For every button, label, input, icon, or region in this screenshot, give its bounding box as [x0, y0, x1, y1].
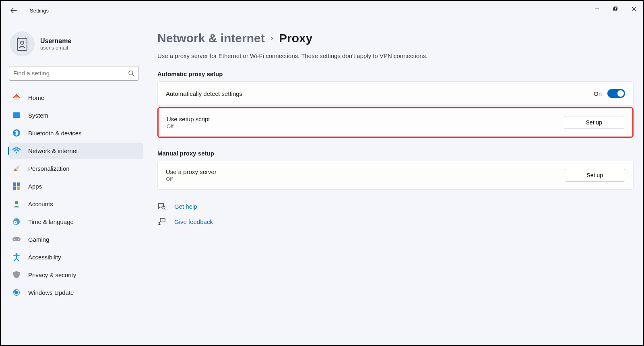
feedback-icon — [157, 217, 166, 226]
get-help-row[interactable]: Get help — [157, 202, 634, 211]
automatic-proxy-group: Automatic proxy setup Automatically dete… — [157, 70, 634, 138]
wifi-icon — [12, 146, 21, 155]
sidebar-item-label: Accessibility — [28, 254, 61, 261]
proxy-server-label: Use a proxy server — [166, 168, 565, 175]
search-icon — [128, 70, 134, 77]
sidebar-item-network[interactable]: Network & internet — [9, 143, 143, 159]
proxy-server-state: Off — [166, 176, 565, 182]
shield-icon — [12, 270, 21, 279]
sidebar-item-apps[interactable]: Apps — [9, 178, 143, 194]
sidebar-item-label: Time & language — [28, 218, 74, 225]
breadcrumb-parent[interactable]: Network & internet — [157, 31, 265, 45]
section-title-auto: Automatic proxy setup — [157, 70, 634, 77]
svg-point-4 — [21, 41, 24, 44]
user-name: Username — [40, 37, 71, 45]
sidebar: Username user's email Home System Blueto… — [1, 20, 148, 345]
svg-line-6 — [132, 75, 134, 76]
minimize-button[interactable] — [588, 1, 606, 17]
bluetooth-icon — [12, 128, 21, 137]
sidebar-item-label: System — [28, 112, 48, 119]
sidebar-item-bluetooth[interactable]: Bluetooth & devices — [9, 125, 143, 141]
sidebar-item-time-language[interactable]: Time & language — [9, 213, 143, 230]
setup-script-state: Off — [167, 123, 564, 129]
proxy-server-button[interactable]: Set up — [565, 169, 625, 182]
svg-rect-19 — [12, 237, 21, 241]
search-box[interactable] — [9, 66, 139, 81]
get-help-link[interactable]: Get help — [174, 203, 197, 210]
system-icon — [12, 111, 21, 120]
user-block[interactable]: Username user's email — [8, 28, 144, 66]
sidebar-item-home[interactable]: Home — [9, 89, 143, 106]
avatar — [10, 31, 35, 56]
setup-script-button[interactable]: Set up — [564, 116, 624, 129]
maximize-icon — [613, 6, 618, 11]
nav-list: Home System Bluetooth & devices Network … — [8, 89, 144, 300]
auto-detect-toggle[interactable] — [607, 89, 625, 98]
auto-detect-card: Automatically detect settings On — [157, 81, 634, 106]
sidebar-item-label: Accounts — [28, 201, 53, 207]
svg-point-5 — [129, 71, 133, 75]
content: Network & internet › Proxy Use a proxy s… — [148, 20, 643, 345]
svg-rect-9 — [13, 117, 20, 118]
sidebar-item-personalization[interactable]: Personalization — [9, 160, 143, 176]
apps-icon — [12, 182, 21, 191]
sidebar-item-accessibility[interactable]: Accessibility — [9, 249, 143, 265]
breadcrumb: Network & internet › Proxy — [157, 31, 634, 45]
sidebar-item-label: Personalization — [28, 165, 70, 172]
svg-rect-15 — [17, 186, 20, 190]
svg-rect-7 — [14, 97, 19, 100]
titlebar: Settings — [1, 1, 643, 20]
section-title-manual: Manual proxy setup — [157, 150, 634, 157]
sidebar-item-label: Apps — [28, 183, 42, 190]
svg-point-21 — [18, 239, 19, 240]
sidebar-item-label: Windows Update — [28, 289, 74, 296]
svg-point-27 — [159, 222, 160, 224]
sidebar-item-system[interactable]: System — [9, 107, 143, 123]
footer-links: Get help Give feedback — [157, 202, 634, 226]
sidebar-item-privacy[interactable]: Privacy & security — [9, 267, 143, 283]
svg-point-16 — [15, 201, 18, 204]
setup-script-label: Use setup script — [167, 116, 564, 122]
window-controls — [588, 1, 643, 17]
proxy-server-card: Use a proxy server Off Set up — [157, 161, 634, 190]
search-input[interactable] — [13, 70, 128, 77]
sidebar-item-label: Home — [28, 94, 44, 101]
arrow-left-icon — [10, 7, 17, 14]
sidebar-item-label: Network & internet — [28, 147, 78, 154]
user-badge-icon — [16, 37, 28, 51]
sidebar-item-accounts[interactable]: Accounts — [9, 196, 143, 212]
sidebar-item-label: Privacy & security — [28, 271, 76, 278]
sidebar-item-gaming[interactable]: Gaming — [9, 231, 143, 247]
user-email: user's email — [40, 45, 71, 51]
sidebar-item-label: Bluetooth & devices — [28, 130, 82, 137]
svg-rect-2 — [615, 7, 617, 10]
svg-point-20 — [14, 239, 15, 240]
svg-point-22 — [16, 253, 18, 255]
close-button[interactable] — [625, 1, 643, 17]
give-feedback-link[interactable]: Give feedback — [174, 218, 213, 225]
setup-script-card: Use setup script Off Set up — [157, 107, 634, 138]
svg-rect-1 — [614, 8, 617, 10]
accounts-icon — [12, 199, 21, 208]
back-button[interactable] — [6, 2, 22, 19]
svg-line-25 — [165, 209, 165, 209]
accessibility-icon — [12, 253, 21, 261]
sidebar-item-windows-update[interactable]: Windows Update — [9, 284, 143, 300]
auto-detect-state: On — [594, 90, 602, 97]
update-icon — [12, 288, 21, 297]
home-icon — [12, 93, 21, 102]
svg-rect-26 — [160, 218, 165, 222]
svg-rect-12 — [13, 182, 16, 186]
svg-rect-14 — [13, 186, 16, 190]
gamepad-icon — [12, 235, 21, 244]
auto-detect-label: Automatically detect settings — [166, 90, 594, 97]
globe-clock-icon — [12, 217, 21, 226]
sidebar-item-label: Gaming — [28, 236, 50, 243]
paintbrush-icon — [12, 164, 21, 173]
manual-proxy-group: Manual proxy setup Use a proxy server Of… — [157, 150, 634, 190]
minimize-icon — [594, 6, 599, 11]
maximize-button[interactable] — [606, 1, 625, 17]
give-feedback-row[interactable]: Give feedback — [157, 217, 634, 226]
page-description: Use a proxy server for Ethernet or Wi-Fi… — [157, 52, 634, 59]
svg-point-11 — [16, 152, 17, 153]
